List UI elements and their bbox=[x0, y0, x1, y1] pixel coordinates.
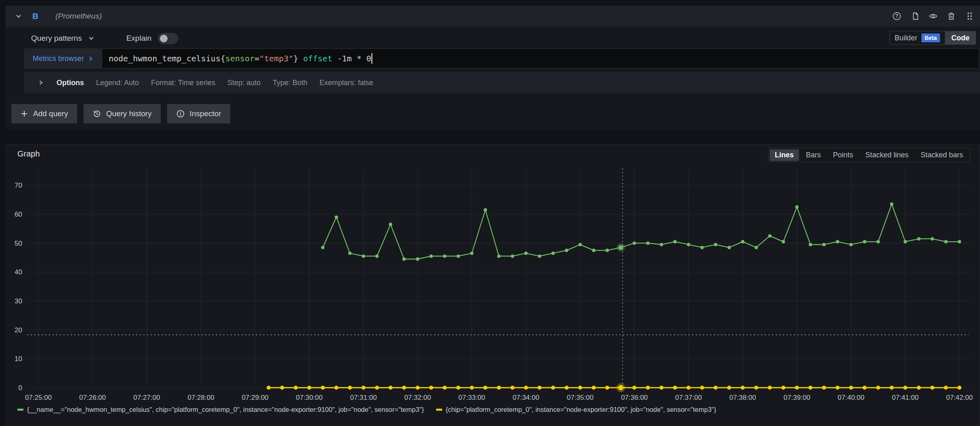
legend-label: {__name__="node_hwmon_temp_celsius", chi… bbox=[27, 406, 424, 413]
svg-text:07:29:00: 07:29:00 bbox=[242, 394, 269, 401]
toggle-knob bbox=[160, 35, 168, 42]
chevron-down-icon bbox=[88, 36, 94, 41]
svg-text:40: 40 bbox=[15, 268, 22, 276]
graph-panel-title: Graph bbox=[17, 149, 40, 159]
query-patterns-label: Query patterns bbox=[31, 34, 82, 43]
svg-text:07:37:00: 07:37:00 bbox=[675, 394, 702, 401]
legend-swatch-green bbox=[17, 409, 23, 411]
legend-swatch-yellow bbox=[436, 409, 442, 411]
graph-mode-tabs: Lines Bars Points Stacked lines Stacked … bbox=[768, 148, 970, 162]
svg-text:07:39:00: 07:39:00 bbox=[783, 394, 810, 401]
history-icon bbox=[92, 109, 101, 118]
chevron-right-icon bbox=[38, 80, 44, 86]
code-mode-option[interactable]: Code bbox=[945, 31, 976, 44]
chart-svg: 01020304050607007:25:0007:26:0007:27:000… bbox=[6, 167, 980, 409]
graph-panel: Graph Lines Bars Points Stacked lines St… bbox=[6, 144, 980, 426]
legend-item-zero-series[interactable]: {chip="platform_coretemp_0", instance="n… bbox=[436, 406, 716, 413]
trash-icon[interactable] bbox=[946, 11, 956, 21]
inspector-label: Inspector bbox=[190, 109, 221, 118]
plus-icon bbox=[20, 110, 28, 118]
query-history-button[interactable]: Query history bbox=[84, 104, 161, 123]
collapse-chevron-icon[interactable] bbox=[14, 11, 23, 21]
svg-text:70: 70 bbox=[15, 182, 22, 189]
svg-text:07:41:00: 07:41:00 bbox=[892, 394, 919, 401]
explore-actions: Add query Query history Inspector bbox=[11, 104, 230, 123]
query-header-actions: ? bbox=[892, 11, 974, 21]
svg-text:30: 30 bbox=[15, 297, 22, 305]
svg-text:07:28:00: 07:28:00 bbox=[187, 394, 214, 401]
svg-text:07:38:00: 07:38:00 bbox=[729, 394, 756, 401]
copy-icon[interactable] bbox=[910, 11, 920, 21]
tab-lines[interactable]: Lines bbox=[770, 149, 799, 161]
chevron-right-icon bbox=[88, 56, 93, 61]
metrics-browser-label: Metrics browser bbox=[33, 54, 84, 63]
query-field-row: Metrics browser node_hwmon_temp_celsius{… bbox=[24, 48, 979, 69]
builder-label: Builder bbox=[895, 34, 917, 42]
grafana-explore-page: { "query_editor": { "ref_id": "B", "data… bbox=[0, 0, 980, 426]
svg-text:60: 60 bbox=[15, 211, 22, 218]
query-options-row[interactable]: Options Legend: Auto Format: Time series… bbox=[24, 72, 980, 94]
legend-label: {chip="platform_coretemp_0", instance="n… bbox=[446, 406, 716, 413]
tab-stacked-lines[interactable]: Stacked lines bbox=[860, 149, 914, 161]
explain-label: Explain bbox=[126, 34, 151, 43]
tab-bars[interactable]: Bars bbox=[801, 149, 826, 161]
options-label: Options bbox=[57, 79, 84, 87]
add-query-button[interactable]: Add query bbox=[11, 104, 77, 123]
svg-text:07:27:00: 07:27:00 bbox=[133, 394, 160, 401]
svg-text:07:35:00: 07:35:00 bbox=[567, 394, 594, 401]
svg-text:?: ? bbox=[895, 13, 898, 19]
add-query-label: Add query bbox=[33, 109, 68, 118]
query-toolbar: Query patterns Explain Builder Beta Code bbox=[6, 30, 980, 46]
svg-text:07:30:00: 07:30:00 bbox=[296, 394, 323, 401]
explain-toggle[interactable] bbox=[158, 33, 178, 44]
option-legend: Legend: Auto bbox=[96, 79, 139, 87]
svg-text:07:42:00: 07:42:00 bbox=[946, 394, 973, 401]
option-step: Step: auto bbox=[227, 79, 260, 87]
time-series-chart[interactable]: 01020304050607007:25:0007:26:0007:27:000… bbox=[6, 167, 980, 409]
svg-text:50: 50 bbox=[15, 240, 22, 247]
metrics-browser-button[interactable]: Metrics browser bbox=[24, 48, 102, 69]
info-icon bbox=[176, 109, 185, 118]
builder-mode-option[interactable]: Builder Beta bbox=[890, 31, 945, 44]
explain-control: Explain bbox=[126, 33, 178, 44]
option-type: Type: Both bbox=[273, 79, 307, 87]
editor-mode-switch: Builder Beta Code bbox=[890, 31, 976, 45]
option-format: Format: Time series bbox=[151, 79, 215, 87]
promql-query-input[interactable]: node_hwmon_temp_celsius{sensor="temp3"} … bbox=[102, 48, 979, 69]
beta-badge: Beta bbox=[921, 33, 940, 42]
query-editor-panel: B (Prometheus) ? Query patterns bbox=[6, 6, 980, 130]
datasource-name: (Prometheus) bbox=[55, 12, 102, 21]
svg-text:07:34:00: 07:34:00 bbox=[513, 394, 539, 401]
tab-points[interactable]: Points bbox=[828, 149, 858, 161]
svg-text:07:36:00: 07:36:00 bbox=[621, 394, 648, 401]
query-history-label: Query history bbox=[106, 109, 152, 118]
svg-text:10: 10 bbox=[15, 355, 22, 363]
svg-text:20: 20 bbox=[15, 326, 22, 334]
eye-icon[interactable] bbox=[928, 11, 938, 21]
svg-text:07:33:00: 07:33:00 bbox=[458, 394, 485, 401]
text-cursor bbox=[371, 53, 372, 64]
svg-text:07:31:00: 07:31:00 bbox=[350, 394, 377, 401]
drag-handle-icon[interactable] bbox=[965, 11, 974, 21]
svg-text:0: 0 bbox=[19, 384, 22, 392]
promql-query-text: node_hwmon_temp_celsius{sensor="temp3"} … bbox=[109, 54, 371, 63]
svg-text:07:40:00: 07:40:00 bbox=[838, 394, 865, 401]
svg-text:07:25:00: 07:25:00 bbox=[25, 394, 52, 401]
option-exemplars: Exemplars: false bbox=[319, 79, 373, 87]
chart-legend: {__name__="node_hwmon_temp_celsius", chi… bbox=[17, 406, 716, 413]
query-row-header[interactable]: B (Prometheus) ? bbox=[6, 6, 980, 27]
help-icon[interactable]: ? bbox=[892, 11, 902, 21]
legend-item-temp-series[interactable]: {__name__="node_hwmon_temp_celsius", chi… bbox=[17, 406, 424, 413]
query-patterns-dropdown[interactable]: Query patterns bbox=[31, 34, 94, 43]
query-ref-id: B bbox=[32, 11, 38, 21]
inspector-button[interactable]: Inspector bbox=[167, 104, 230, 123]
tab-stacked-bars[interactable]: Stacked bars bbox=[915, 149, 968, 161]
svg-text:07:26:00: 07:26:00 bbox=[79, 394, 106, 401]
svg-text:07:32:00: 07:32:00 bbox=[404, 394, 431, 401]
